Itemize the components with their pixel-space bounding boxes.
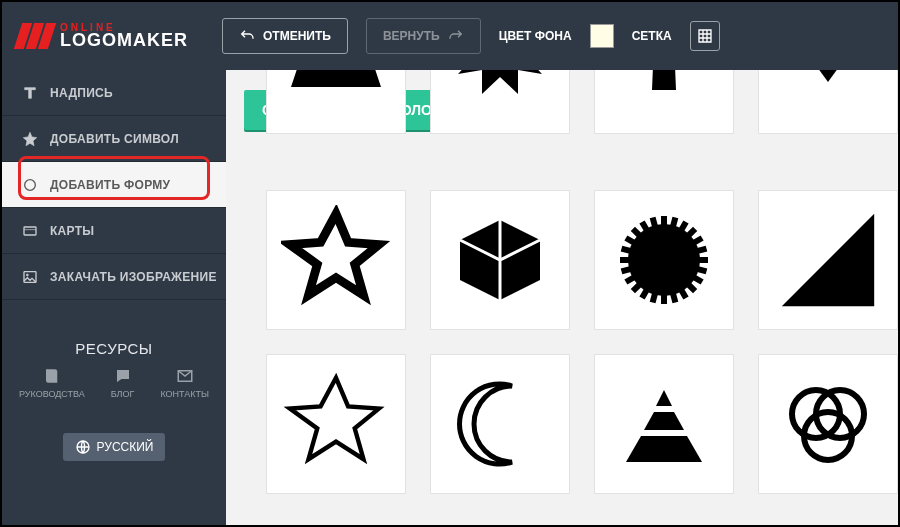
svg-rect-11 xyxy=(670,217,678,228)
sidebar-item-text[interactable]: НАДПИСЬ xyxy=(2,70,226,116)
main-area: СМ. БОЛЬШЕ СИМВОЛОВ ... xyxy=(226,70,898,525)
shape-gear-circle[interactable] xyxy=(594,190,734,330)
shape-pyramid[interactable] xyxy=(594,354,734,494)
undo-button[interactable]: ОТМЕНИТЬ xyxy=(222,18,348,54)
sidebar-item-shape[interactable]: ДОБАВИТЬ ФОРМУ xyxy=(2,162,226,208)
redo-icon xyxy=(448,28,464,44)
svg-marker-34 xyxy=(782,214,874,306)
shape-trapezoid[interactable] xyxy=(266,70,406,134)
book-icon xyxy=(43,367,61,385)
mail-icon xyxy=(176,367,194,385)
resource-label: КОНТАКТЫ xyxy=(160,389,209,399)
shape-star-outline[interactable] xyxy=(266,190,406,330)
grid-label: СЕТКА xyxy=(632,29,672,43)
sidebar-item-upload[interactable]: ЗАКАЧАТЬ ИЗОБРАЖЕНИЕ xyxy=(2,254,226,300)
shape-crescent[interactable] xyxy=(430,354,570,494)
redo-label: ВЕРНУТЬ xyxy=(383,29,440,43)
logo: ONLINE LOGOMAKER xyxy=(18,23,188,50)
circle-icon xyxy=(22,177,38,193)
shapes-grid xyxy=(266,190,898,494)
undo-label: ОТМЕНИТЬ xyxy=(263,29,331,43)
svg-rect-22 xyxy=(661,294,667,304)
undo-icon xyxy=(239,28,255,44)
svg-rect-21 xyxy=(670,292,678,303)
shape-triangle-right[interactable] xyxy=(758,190,898,330)
text-icon xyxy=(22,85,38,101)
resources-heading: РЕСУРСЫ xyxy=(2,340,226,357)
svg-marker-36 xyxy=(644,412,684,430)
svg-rect-28 xyxy=(620,257,630,263)
svg-rect-10 xyxy=(661,216,667,226)
language-label: РУССКИЙ xyxy=(97,440,154,454)
resource-label: РУКОВОДСТВА xyxy=(19,389,85,399)
sidebar-item-label: ЗАКАЧАТЬ ИЗОБРАЖЕНИЕ xyxy=(50,270,217,284)
svg-marker-35 xyxy=(656,390,672,406)
svg-rect-29 xyxy=(621,246,632,254)
star-icon xyxy=(22,131,38,147)
svg-marker-5 xyxy=(291,70,381,87)
svg-marker-37 xyxy=(626,436,702,462)
redo-button[interactable]: ВЕРНУТЬ xyxy=(366,18,481,54)
image-icon xyxy=(22,269,38,285)
svg-marker-7 xyxy=(788,70,868,82)
logo-line2: LOGOMAKER xyxy=(60,32,188,49)
shape-cube[interactable] xyxy=(430,190,570,330)
svg-marker-6 xyxy=(455,70,545,94)
svg-rect-15 xyxy=(696,246,707,254)
topbar: ONLINE LOGOMAKER ОТМЕНИТЬ ВЕРНУТЬ ЦВЕТ Ф… xyxy=(2,2,898,70)
shape-arrow-up[interactable] xyxy=(594,70,734,134)
svg-rect-33 xyxy=(650,217,658,228)
resource-blog[interactable]: БЛОГ xyxy=(111,367,135,399)
globe-icon xyxy=(75,439,91,455)
svg-rect-16 xyxy=(698,257,708,263)
sidebar-item-symbol[interactable]: ДОБАВИТЬ СИМВОЛ xyxy=(2,116,226,162)
resources-section: РЕСУРСЫ РУКОВОДСТВА БЛОГ КОНТАКТЫ РУССКИ… xyxy=(2,340,226,495)
svg-point-3 xyxy=(26,274,28,276)
language-button[interactable]: РУССКИЙ xyxy=(63,433,166,461)
grid-toggle-button[interactable] xyxy=(690,21,720,51)
sidebar: НАДПИСЬ ДОБАВИТЬ СИМВОЛ ДОБАВИТЬ ФОРМУ К… xyxy=(2,70,226,525)
sidebar-item-label: КАРТЫ xyxy=(50,224,94,238)
comment-icon xyxy=(114,367,132,385)
shape-venn[interactable] xyxy=(758,354,898,494)
svg-point-0 xyxy=(25,179,36,190)
shapes-row-partial xyxy=(266,70,898,134)
shape-caret-down[interactable] xyxy=(758,70,898,134)
sidebar-item-cards[interactable]: КАРТЫ xyxy=(2,208,226,254)
svg-rect-17 xyxy=(696,266,707,274)
sidebar-item-label: ДОБАВИТЬ СИМВОЛ xyxy=(50,132,179,146)
bg-color-swatch[interactable] xyxy=(590,24,614,48)
svg-rect-23 xyxy=(650,292,658,303)
grid-icon xyxy=(697,28,713,44)
card-icon xyxy=(22,223,38,239)
resource-label: БЛОГ xyxy=(111,389,135,399)
resource-guides[interactable]: РУКОВОДСТВА xyxy=(19,367,85,399)
sidebar-item-label: НАДПИСЬ xyxy=(50,86,113,100)
svg-rect-1 xyxy=(24,227,36,235)
shape-star-outline-thin[interactable] xyxy=(266,354,406,494)
resource-contacts[interactable]: КОНТАКТЫ xyxy=(160,367,209,399)
sidebar-item-label: ДОБАВИТЬ ФОРМУ xyxy=(50,178,170,192)
shape-burst[interactable] xyxy=(430,70,570,134)
logo-mark-icon xyxy=(18,23,54,49)
svg-rect-27 xyxy=(621,266,632,274)
bg-color-label: ЦВЕТ ФОНА xyxy=(499,29,572,43)
